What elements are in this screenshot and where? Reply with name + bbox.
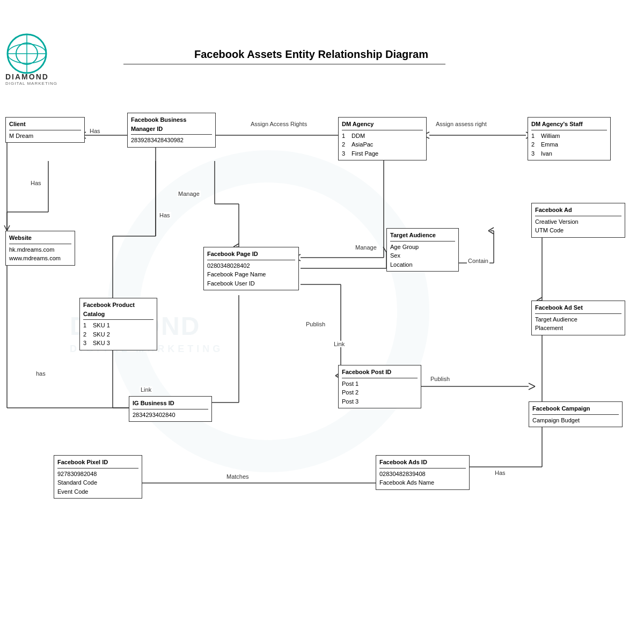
dmAgency-row3: 3First Page: [342, 149, 423, 158]
website-item2: www.mdreams.com: [9, 254, 71, 263]
logo-name: DIAMOND: [5, 72, 57, 81]
fbPostID-item3: Post 3: [342, 397, 418, 406]
targetAudience-title: Target Audience: [390, 231, 455, 240]
fbCampaign-item1: Campaign Budget: [532, 416, 619, 425]
fbPageID-title: Facebook Page ID: [207, 250, 295, 259]
box-fb-campaign: Facebook Campaign Campaign Budget: [529, 401, 623, 427]
fbPC-row3: 3SKU 3: [83, 339, 153, 348]
svg-line-62: [488, 228, 494, 231]
igBID-title: IG Business ID: [133, 399, 208, 408]
label-link2: Link: [140, 386, 152, 393]
fbPageID-name: Facebook Page Name: [207, 270, 295, 279]
website-item1: hk.mdreams.com: [9, 245, 71, 254]
fbAd-title: Facebook Ad: [535, 206, 621, 215]
fbPixelID-item1: Standard Code: [57, 478, 138, 487]
fbPC-row2: 2SKU 2: [83, 330, 153, 339]
dmAgency-row1: 1DDM: [342, 131, 423, 141]
svg-line-13: [7, 225, 10, 231]
fbPageID-id: 0280348028402: [207, 261, 295, 270]
box-fb-page-id: Facebook Page ID 0280348028402 Facebook …: [203, 247, 299, 290]
fbPixelID-title: Facebook Pixel ID: [57, 458, 138, 467]
fbAd-item1: Creative Version: [535, 217, 621, 226]
label-manage: Manage: [177, 191, 201, 197]
igBID-id: 2834293402840: [133, 411, 208, 420]
box-fb-product-catalog: Facebook ProductCatalog 1SKU 1 2SKU 2 3S…: [79, 298, 157, 350]
fbAdsID-name: Facebook Ads Name: [379, 478, 466, 487]
fbPostID-item2: Post 2: [342, 388, 418, 397]
box-fb-business-manager: Facebook BusinessManager ID 283928342843…: [127, 113, 216, 148]
client-item: M Dream: [9, 131, 81, 141]
svg-line-63: [488, 231, 494, 234]
diagram-title: Facebook Assets Entity Relationship Diag…: [123, 48, 499, 64]
targetAudience-item1: Age Group: [390, 243, 455, 252]
fbCampaign-title: Facebook Campaign: [532, 404, 619, 413]
targetAudience-item2: Sex: [390, 251, 455, 260]
box-fb-pixel-id: Facebook Pixel ID 927830982048 Standard …: [54, 455, 142, 499]
diagram-container: DIAMOND DIGITAL MARKETING Facebook Asset…: [0, 0, 644, 644]
label-assign-access: Assign Access Rights: [250, 121, 308, 127]
box-dm-agency-staff: DM Agency's Staff 1William 2Emma 3Ivan: [528, 117, 611, 160]
dmAgency-title: DM Agency: [342, 120, 423, 129]
label-has1: Has: [89, 128, 101, 134]
logo: DIAMOND DIGITAL MARKETING: [5, 32, 57, 86]
fbPostID-title: Facebook Post ID: [342, 368, 418, 377]
fbBM-title: Facebook BusinessManager ID: [131, 115, 212, 133]
svg-line-73: [529, 383, 535, 386]
box-fb-ad-set: Facebook Ad Set Target Audience Placemen…: [531, 301, 625, 335]
box-ig-business-id: IG Business ID 2834293402840: [129, 396, 212, 422]
fbPC-title: Facebook ProductCatalog: [83, 301, 153, 318]
dmAgency-row2: 2AsiaPac: [342, 140, 423, 149]
svg-line-74: [529, 386, 535, 390]
fbAd-item2: UTM Code: [535, 226, 621, 235]
fbPixelID-id: 927830982048: [57, 470, 138, 479]
targetAudience-item3: Location: [390, 260, 455, 269]
client-title: Client: [9, 120, 81, 129]
box-target-audience: Target Audience Age Group Sex Location: [386, 228, 459, 272]
fbPostID-item1: Post 1: [342, 379, 418, 389]
fbAdSet-item1: Target Audience: [535, 315, 621, 324]
box-fb-post-id: Facebook Post ID Post 1 Post 2 Post 3: [338, 365, 421, 408]
label-has-client: has: [35, 370, 47, 377]
box-website: Website hk.mdreams.com www.mdreams.com: [5, 231, 75, 266]
logo-sub: DIGITAL MARKETING: [5, 81, 57, 86]
label-manage2: Manage: [354, 244, 378, 251]
fbPageID-userid: Facebook User ID: [207, 279, 295, 288]
label-has3-manage: Has: [158, 212, 171, 218]
website-title: Website: [9, 233, 71, 243]
box-dm-agency: DM Agency 1DDM 2AsiaPac 3First Page: [338, 117, 427, 160]
fbAdSet-item2: Placement: [535, 324, 621, 333]
box-fb-ad: Facebook Ad Creative Version UTM Code: [531, 203, 625, 238]
fbPixelID-item2: Event Code: [57, 487, 138, 496]
fbBM-id: 2839283428430982: [131, 136, 212, 145]
label-assign-assess: Assign assess right: [435, 121, 488, 127]
fbAdsID-title: Facebook Ads ID: [379, 458, 466, 467]
label-has2: Has: [30, 180, 42, 186]
label-matches: Matches: [225, 473, 250, 480]
label-contain: Contain: [467, 258, 489, 264]
dmStaff-row1: 1William: [531, 131, 607, 141]
box-fb-ads-id: Facebook Ads ID 02830482839408 Facebook …: [376, 455, 470, 490]
dmStaff-row3: 3Ivan: [531, 149, 607, 158]
fbAdsID-id: 02830482839408: [379, 470, 466, 479]
label-link1: Link: [333, 341, 346, 347]
label-publish2: Publish: [429, 376, 451, 382]
fbPC-row1: 1SKU 1: [83, 321, 153, 330]
fbAdSet-title: Facebook Ad Set: [535, 303, 621, 312]
dmStaff-row2: 2Emma: [531, 140, 607, 149]
svg-line-12: [4, 225, 7, 231]
label-publish1: Publish: [305, 321, 326, 327]
dmStaff-title: DM Agency's Staff: [531, 120, 607, 129]
box-client: Client M Dream: [5, 117, 85, 143]
label-has4: Has: [494, 470, 507, 476]
